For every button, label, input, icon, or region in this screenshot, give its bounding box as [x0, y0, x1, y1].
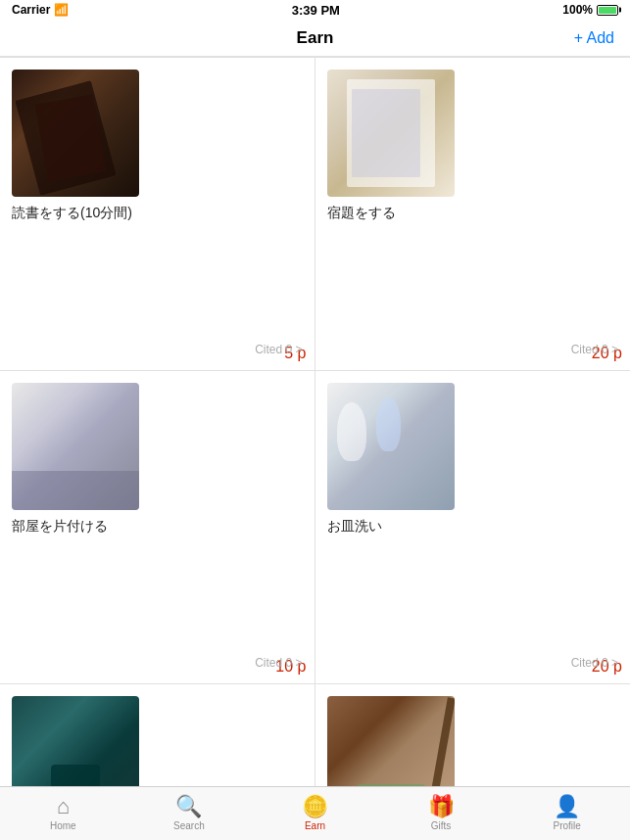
tab-profile-label: Profile [553, 820, 580, 831]
carrier-label: Carrier [12, 3, 50, 17]
cited-reading[interactable]: Cited 0 > [255, 343, 302, 356]
card-reading[interactable]: 5 p 読書をする(10分間) Cited 0 > [0, 58, 315, 371]
tab-profile[interactable]: 👤 Profile [504, 796, 630, 831]
cards-grid: 5 p 読書をする(10分間) Cited 0 > 20 p 宿題をする Cit… [0, 57, 630, 840]
gifts-icon: 🎁 [428, 796, 455, 817]
battery-percent: 100% [562, 3, 593, 17]
earn-icon: 🪙 [302, 796, 328, 817]
tab-gifts[interactable]: 🎁 Gifts [378, 796, 505, 831]
card-image-homework [327, 70, 455, 197]
card-dishes[interactable]: 20 p お皿洗い Cited 0 > [315, 371, 631, 684]
tab-bar: ⌂ Home 🔍 Search 🪙 Earn 🎁 Gifts 👤 Profile [0, 786, 630, 840]
card-cleanup[interactable]: 10 p 部屋を片付ける Cited 0 > [0, 371, 315, 684]
tab-home-label: Home [50, 820, 76, 831]
cited-dishes[interactable]: Cited 0 > [571, 656, 618, 670]
status-left: Carrier 📶 [12, 3, 69, 17]
nav-bar: Earn + Add [0, 20, 630, 57]
tab-earn-label: Earn [305, 820, 325, 831]
home-icon: ⌂ [57, 796, 70, 817]
tab-search-label: Search [173, 820, 205, 831]
status-time: 3:39 PM [292, 3, 340, 18]
tab-home[interactable]: ⌂ Home [0, 796, 126, 831]
tab-search[interactable]: 🔍 Search [126, 796, 253, 831]
tab-earn[interactable]: 🪙 Earn [252, 796, 378, 831]
status-bar: Carrier 📶 3:39 PM 100% [0, 0, 630, 20]
search-icon: 🔍 [175, 796, 202, 817]
battery-icon [597, 5, 618, 16]
card-image-reading [12, 70, 139, 197]
label-dishes: お皿洗い [327, 518, 619, 536]
wifi-icon: 📶 [54, 3, 69, 17]
profile-icon: 👤 [554, 796, 580, 817]
card-homework[interactable]: 20 p 宿題をする Cited 0 > [315, 58, 631, 371]
main-content: 5 p 読書をする(10分間) Cited 0 > 20 p 宿題をする Cit… [0, 57, 630, 840]
card-image-dishes [327, 383, 455, 510]
label-reading: 読書をする(10分間) [12, 205, 303, 222]
page-title: Earn [297, 28, 334, 48]
cited-homework[interactable]: Cited 0 > [571, 343, 618, 356]
tab-gifts-label: Gifts [431, 820, 452, 831]
label-homework: 宿題をする [327, 205, 619, 222]
label-cleanup: 部屋を片付ける [12, 518, 303, 536]
status-right: 100% [562, 3, 618, 17]
card-image-cleanup [12, 383, 139, 510]
add-button[interactable]: + Add [574, 29, 614, 47]
cited-cleanup[interactable]: Cited 0 > [255, 656, 302, 670]
